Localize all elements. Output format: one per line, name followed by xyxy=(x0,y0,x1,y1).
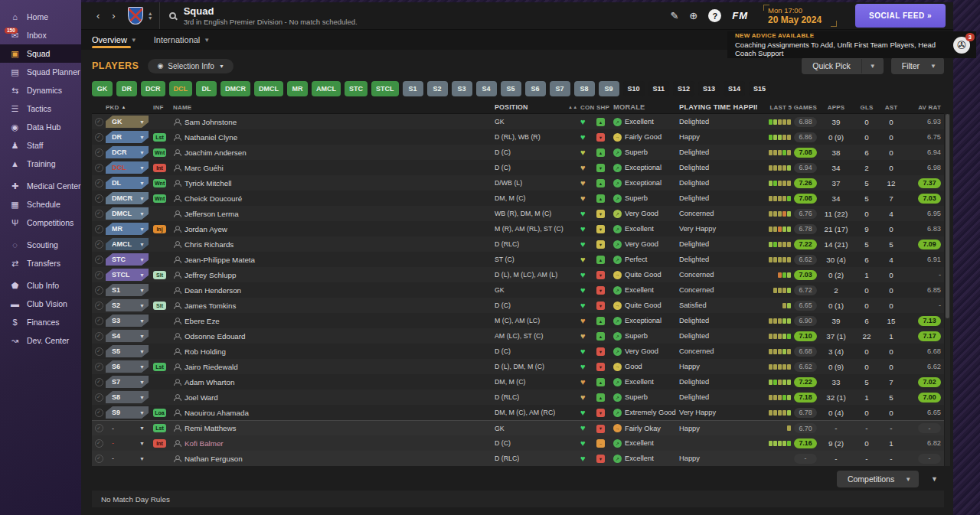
position-filter-s4[interactable]: S4 xyxy=(476,81,497,96)
name-cell[interactable]: Tyrick Mitchell xyxy=(173,179,495,187)
social-feed-button[interactable]: SOCIAL FEED » xyxy=(855,4,946,28)
player-row[interactable]: ✓DMCR▼WntCheick DoucouréDM, M (C)♥▲↗Supe… xyxy=(92,191,944,206)
chevron-down-icon[interactable]: ▼ xyxy=(139,119,145,125)
position-filter-stc[interactable]: STC xyxy=(345,81,368,96)
name-cell[interactable]: Joachim Andersen xyxy=(173,148,495,157)
advisor-icon[interactable]: ✇3 xyxy=(953,37,970,54)
chevron-down-icon[interactable]: ▼ xyxy=(139,196,145,201)
check-circle-icon[interactable]: ✓ xyxy=(95,240,103,249)
chevron-down-icon[interactable]: ▼ xyxy=(139,318,145,324)
check-circle-icon[interactable]: ✓ xyxy=(95,194,103,203)
player-name[interactable]: Dean Henderson xyxy=(185,286,241,295)
position-filter-s1[interactable]: S1 xyxy=(403,81,423,96)
name-cell[interactable]: Marc Guéhi xyxy=(173,164,495,172)
player-name[interactable]: Rob Holding xyxy=(185,347,226,356)
check-circle-icon[interactable]: ✓ xyxy=(95,164,103,172)
check-circle-icon[interactable]: ✓ xyxy=(95,118,103,126)
player-name[interactable]: Jordan Ayew xyxy=(185,225,227,233)
help-icon[interactable]: ? xyxy=(708,9,721,22)
inf-badge-int[interactable]: Int xyxy=(153,164,166,172)
sidebar-item-competitions[interactable]: ΨCompetitions xyxy=(0,213,81,232)
name-cell[interactable]: Dean Henderson xyxy=(173,286,495,295)
inf-badge-wnt[interactable]: Wnt xyxy=(153,194,166,203)
player-name[interactable]: Marc Guéhi xyxy=(185,164,224,172)
search-icon[interactable] xyxy=(169,12,176,19)
pkd-badge[interactable]: DMCR▼ xyxy=(106,192,149,204)
name-cell[interactable]: Jeffrey Schlupp xyxy=(173,271,495,279)
name-cell[interactable]: Jairo Riedewald xyxy=(173,363,495,371)
sidebar-item-club-vision[interactable]: ▬Club Vision xyxy=(0,295,81,313)
player-name[interactable]: Jefferson Lerma xyxy=(185,210,239,218)
chevron-down-icon[interactable]: ▼ xyxy=(139,349,145,354)
player-name[interactable]: Joel Ward xyxy=(185,393,218,402)
name-cell[interactable]: Jean-Philippe Mateta xyxy=(173,256,495,264)
position-filter-s2[interactable]: S2 xyxy=(427,81,448,96)
position-filter-amcl[interactable]: AMCL xyxy=(312,81,341,96)
chevron-down-icon[interactable]: ▼ xyxy=(139,242,145,247)
player-name[interactable]: Kofi Balmer xyxy=(185,439,224,448)
check-circle-icon[interactable]: ✓ xyxy=(95,133,103,142)
player-row[interactable]: ✓STCL▼SltJeffrey SchluppD (L), M (LC), A… xyxy=(92,267,944,282)
position-filter-s14[interactable]: S14 xyxy=(724,81,745,96)
player-row[interactable]: ✓S8▼Joel WardD (RLC)♥▲↗SuperbDelighted7.… xyxy=(92,390,944,405)
sidebar-item-dynamics[interactable]: ⇆Dynamics xyxy=(0,81,81,99)
header-av-rat[interactable]: AV RAT xyxy=(904,104,944,111)
check-circle-icon[interactable]: ✓ xyxy=(95,271,103,279)
player-name[interactable]: Sam Johnstone xyxy=(185,118,237,126)
inf-badge-slt[interactable]: Slt xyxy=(153,271,166,279)
player-row[interactable]: ✓AMCL▼Chris RichardsD (RLC)♥▼↗Very GoodD… xyxy=(92,236,944,252)
sidebar-item-scouting[interactable]: ◌Scouting xyxy=(0,236,81,254)
position-filter-mr[interactable]: MR xyxy=(287,81,308,96)
name-cell[interactable]: James Tomkins xyxy=(173,302,495,310)
player-row[interactable]: ✓S3▼Ebere EzeM (C), AM (LC)♥▲↗Exceptiona… xyxy=(92,313,944,328)
chevron-down-icon[interactable]: ▼ xyxy=(139,395,145,400)
pkd-badge[interactable]: STCL▼ xyxy=(106,269,149,281)
check-circle-icon[interactable]: ✓ xyxy=(95,286,103,295)
inf-badge-lst[interactable]: Lst xyxy=(153,363,166,371)
player-row[interactable]: ✓DR▼LstNathaniel ClyneD (RL), WB (R)♥▼→F… xyxy=(92,129,944,145)
position-filter-s11[interactable]: S11 xyxy=(648,81,670,96)
chevron-down-icon[interactable]: ▼ xyxy=(139,364,145,370)
game-date[interactable]: Mon 17:00 20 May 2024 xyxy=(763,5,826,27)
quick-pick-button[interactable]: Quick Pick ▼ xyxy=(802,57,884,74)
pkd-badge[interactable]: DR▼ xyxy=(106,131,149,143)
check-circle-icon[interactable]: ✓ xyxy=(95,332,103,341)
check-circle-icon[interactable]: ✓ xyxy=(95,424,103,432)
sidebar-item-training[interactable]: ▲Training xyxy=(0,155,81,173)
check-circle-icon[interactable]: ✓ xyxy=(95,378,103,386)
chevron-down-icon[interactable]: ▼ xyxy=(139,288,145,293)
name-cell[interactable]: Odsonne Edouard xyxy=(173,332,495,341)
player-row[interactable]: ✓S9▼LoaNaouirou AhamadaDM, M (C), AM (RC… xyxy=(92,405,944,420)
pkd-badge[interactable]: GK▼ xyxy=(106,116,149,128)
advice-bar[interactable]: NEW ADVICE AVAILABLE Coaching Assignment… xyxy=(727,31,976,58)
sidebar-item-schedule[interactable]: ▦Schedule xyxy=(0,195,81,213)
header-morale[interactable]: MORALE xyxy=(613,103,679,111)
sidebar-item-finances[interactable]: $Finances xyxy=(0,313,81,331)
player-name[interactable]: Chris Richards xyxy=(185,240,234,249)
filter-button[interactable]: Filter ▼ xyxy=(891,57,944,74)
position-filter-s7[interactable]: S7 xyxy=(550,81,570,96)
chevron-down-icon[interactable]: ▼ xyxy=(139,257,145,262)
pkd-badge[interactable]: DCR▼ xyxy=(106,146,149,158)
player-row[interactable]: ✓S2▼SltJames TomkinsD (C)♥▼→Quite GoodSa… xyxy=(92,298,944,313)
inf-badge-lst[interactable]: Lst xyxy=(153,133,166,142)
name-cell[interactable]: Rob Holding xyxy=(173,347,495,356)
position-filter-s3[interactable]: S3 xyxy=(452,81,472,96)
position-filter-s13[interactable]: S13 xyxy=(698,81,720,96)
chevron-down-icon[interactable]: ▼ xyxy=(861,59,884,73)
sidebar-item-inbox[interactable]: ✉150Inbox xyxy=(0,26,81,44)
check-circle-icon[interactable]: ✓ xyxy=(95,393,103,402)
chevron-down-icon[interactable]: ▼ xyxy=(139,456,145,461)
player-row[interactable]: ✓S4▼Odsonne EdouardAM (LC), ST (C)♥▲↗Sup… xyxy=(92,328,944,344)
player-name[interactable]: Tyrick Mitchell xyxy=(185,179,232,187)
inf-badge-inj[interactable]: Inj xyxy=(153,225,166,233)
club-crest-icon[interactable] xyxy=(128,7,143,24)
header-position[interactable]: POSITION xyxy=(495,103,568,111)
position-filter-dcr[interactable]: DCR xyxy=(141,81,165,96)
position-filter-dcl[interactable]: DCL xyxy=(169,81,193,96)
pkd-badge[interactable]: -▼ xyxy=(106,452,149,464)
sidebar-item-home[interactable]: ⌂Home xyxy=(0,8,81,26)
check-circle-icon[interactable]: ✓ xyxy=(95,179,103,187)
player-name[interactable]: Odsonne Edouard xyxy=(185,332,246,341)
sidebar-item-staff[interactable]: ♟Staff xyxy=(0,136,81,155)
